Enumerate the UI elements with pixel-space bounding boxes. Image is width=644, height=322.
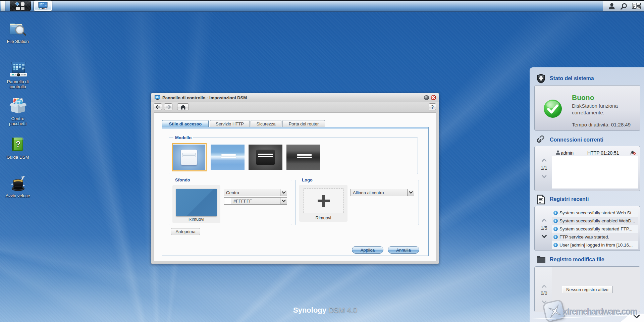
svg-text:?: ? [16,140,21,149]
